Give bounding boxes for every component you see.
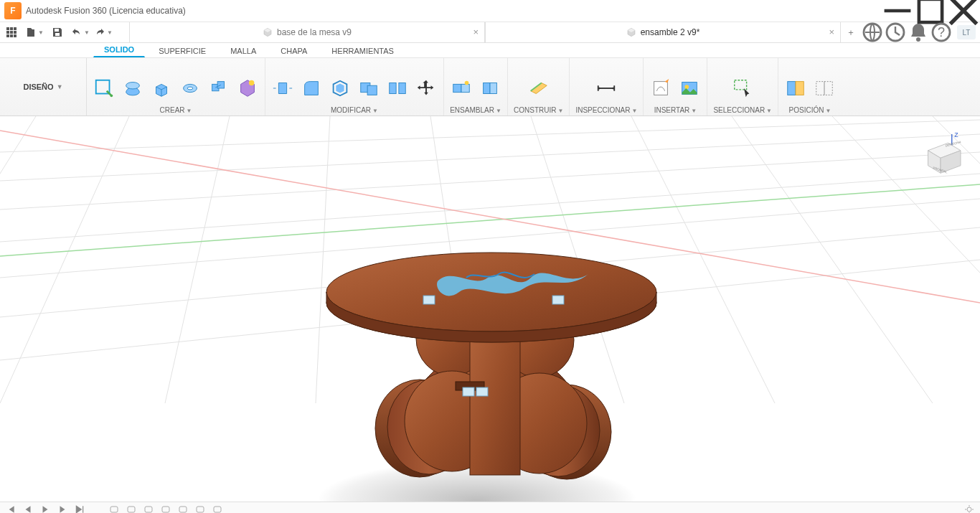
notifications-button[interactable] <box>907 22 930 42</box>
extrude-button[interactable] <box>150 77 173 100</box>
document-tab-label: ensamble 2 v9* <box>641 27 700 37</box>
move-button[interactable] <box>415 77 438 100</box>
shell-button[interactable] <box>329 77 352 100</box>
select-button[interactable] <box>731 77 754 100</box>
press-pull-button[interactable] <box>271 77 294 100</box>
svg-line-57 <box>0 116 129 403</box>
undo-button[interactable]: ▼ <box>69 22 92 42</box>
ribbon-group-label[interactable]: CREAR▼ <box>160 106 192 114</box>
svg-rect-32 <box>399 83 405 94</box>
viewcube[interactable]: Z FRONTAL DERECHA <box>915 129 966 179</box>
svg-rect-88 <box>128 507 135 512</box>
viewport-3d[interactable]: Z FRONTAL DERECHA <box>0 116 980 502</box>
document-tab[interactable]: base de la mesa v9 × <box>129 22 485 42</box>
timeline-feature[interactable] <box>195 504 205 513</box>
user-avatar[interactable]: LT <box>957 25 976 39</box>
svg-rect-37 <box>490 83 496 94</box>
data-panel-button[interactable] <box>0 22 23 42</box>
svg-text:?: ? <box>938 25 945 39</box>
timeline-settings-button[interactable] <box>964 504 974 513</box>
ribbon-group-label[interactable]: ENSAMBLAR▼ <box>450 106 501 114</box>
ribbon-group-label[interactable]: CONSTRUIR▼ <box>514 106 563 114</box>
insert-decal-button[interactable] <box>678 77 701 100</box>
create-component-button[interactable] <box>207 77 230 100</box>
ribbon-tab-solido[interactable]: SOLIDO <box>93 42 145 57</box>
model-table[interactable] <box>316 181 660 489</box>
extensions-button[interactable] <box>861 22 884 42</box>
capture-position-button[interactable] <box>784 77 807 100</box>
construction-plane-button[interactable] <box>527 77 550 100</box>
ribbon-group-label[interactable]: INSERTAR▼ <box>654 106 697 114</box>
ribbon-group-label[interactable]: MODIFICAR▼ <box>331 106 378 114</box>
timeline-next-button[interactable] <box>57 504 67 513</box>
timeline-prev-button[interactable] <box>23 504 33 513</box>
timeline-play-button[interactable] <box>40 504 50 513</box>
window-minimize-button[interactable] <box>881 0 914 22</box>
revolve-button[interactable] <box>179 77 202 100</box>
svg-rect-4 <box>6 27 9 30</box>
timeline-feature[interactable] <box>212 504 222 513</box>
workspace-switcher[interactable]: DISEÑO▼ <box>0 58 87 116</box>
svg-rect-30 <box>367 85 377 95</box>
ribbon-tabs: SOLIDO SUPERFICIE MALLA CHAPA HERRAMIENT… <box>0 43 980 58</box>
ribbon-tab-chapa[interactable]: CHAPA <box>270 44 318 57</box>
timeline-feature[interactable] <box>178 504 188 513</box>
help-button[interactable]: ? <box>930 22 953 42</box>
create-sketch-button[interactable] <box>93 77 116 100</box>
window-titlebar: F Autodesk Fusion 360 (Licencia educativ… <box>0 0 980 22</box>
timeline-end-button[interactable] <box>75 504 85 513</box>
window-maximize-button[interactable] <box>914 0 947 22</box>
ribbon-group-label[interactable]: INSPECCIONAR▼ <box>575 106 637 114</box>
svg-rect-34 <box>461 84 469 92</box>
create-form-button[interactable] <box>121 77 144 100</box>
insert-derive-button[interactable] <box>649 77 672 100</box>
generative-design-button[interactable] <box>236 77 259 100</box>
timeline-feature[interactable] <box>143 504 154 513</box>
job-status-button[interactable] <box>884 22 907 42</box>
joint-button[interactable] <box>450 77 473 100</box>
svg-rect-83 <box>476 387 488 396</box>
svg-rect-12 <box>14 34 17 37</box>
svg-rect-82 <box>463 387 474 396</box>
svg-rect-91 <box>179 507 187 512</box>
measure-button[interactable] <box>595 77 618 100</box>
timeline-start-button[interactable] <box>6 504 16 513</box>
split-button[interactable] <box>386 77 409 100</box>
app-icon: F <box>4 2 22 19</box>
fillet-button[interactable] <box>300 77 323 100</box>
workspace-label: DISEÑO <box>23 83 53 91</box>
ribbon-group-seleccionar: SELECCIONAR▼ <box>707 58 778 116</box>
svg-line-49 <box>0 120 980 152</box>
document-tab[interactable]: ensamble 2 v9* × <box>485 22 841 42</box>
timeline-feature[interactable] <box>109 504 119 513</box>
svg-point-35 <box>465 81 469 85</box>
svg-rect-45 <box>788 82 796 95</box>
svg-rect-9 <box>14 31 17 34</box>
ribbon-group-label[interactable]: POSICIÓN▼ <box>789 106 831 114</box>
redo-button[interactable]: ▼ <box>92 22 115 42</box>
timeline-bar <box>0 502 980 513</box>
timeline-feature[interactable] <box>161 504 171 513</box>
as-built-joint-button[interactable] <box>479 77 501 100</box>
revert-position-button[interactable] <box>813 77 836 100</box>
new-tab-button[interactable]: ＋ <box>841 22 861 42</box>
svg-line-50 <box>0 134 980 181</box>
file-menu-button[interactable]: ▼ <box>23 22 46 42</box>
save-button[interactable] <box>46 22 69 42</box>
ribbon-tab-herramientas[interactable]: HERRAMIENTAS <box>321 44 405 57</box>
ribbon-tab-superficie[interactable]: SUPERFICIE <box>148 44 217 57</box>
svg-point-17 <box>916 37 920 42</box>
combine-button[interactable] <box>357 77 380 100</box>
close-tab-button[interactable]: × <box>473 27 479 37</box>
ribbon-group-modificar: MODIFICAR▼ <box>265 58 444 116</box>
ribbon-group-posicion: POSICIÓN▼ <box>778 58 842 116</box>
svg-rect-93 <box>214 507 221 512</box>
close-tab-button[interactable]: × <box>829 27 834 37</box>
ribbon-group-label[interactable]: SELECCIONAR▼ <box>713 106 772 114</box>
svg-point-24 <box>187 87 193 90</box>
svg-rect-90 <box>162 507 169 512</box>
timeline-feature[interactable] <box>126 504 136 513</box>
svg-rect-87 <box>110 507 118 512</box>
ribbon-tab-malla[interactable]: MALLA <box>220 44 267 57</box>
window-close-button[interactable] <box>947 0 980 22</box>
